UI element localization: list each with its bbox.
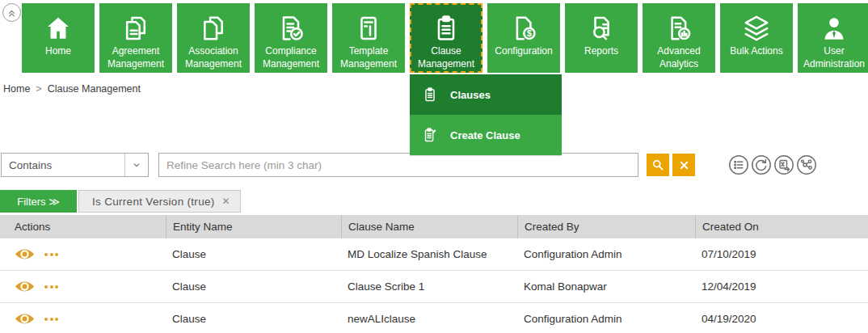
nav-tile-compliance-management[interactable]: Compliance Management <box>255 3 327 73</box>
nav-tile-label: Association Management <box>179 44 248 70</box>
nav-tile-agreement-management[interactable]: Agreement Management <box>99 3 172 73</box>
nav-tile-label: Clause Management <box>411 44 481 70</box>
share-network-icon[interactable] <box>796 154 817 175</box>
nav-tile-label: Configuration <box>493 44 554 57</box>
nav-tile-label: Bulk Actions <box>728 44 784 57</box>
dropdown-item-label: Create Clause <box>450 129 520 141</box>
agreement-docs-icon <box>121 12 150 44</box>
column-header-entity-name[interactable]: Entity Name <box>166 215 341 238</box>
clipboard-icon <box>432 12 461 44</box>
search-operator-select[interactable]: Contains <box>1 153 149 177</box>
view-clause-eye-icon[interactable] <box>15 247 35 261</box>
clause-management-app: HomeAgreement ManagementAssociation Mana… <box>0 0 868 333</box>
filter-tag-is-current-version[interactable]: Is Current Version (true) ✕ <box>78 190 241 213</box>
nav-tile-label: User Administration <box>799 44 868 70</box>
cross-icon <box>678 159 690 171</box>
home-icon <box>44 12 73 44</box>
column-header-actions[interactable]: Actions <box>0 215 166 238</box>
view-clause-eye-icon[interactable] <box>15 280 35 293</box>
nav-tile-label: Advanced Analytics <box>644 44 714 70</box>
breadcrumb-item-home[interactable]: Home <box>3 83 30 95</box>
nav-tile-advanced-analytics[interactable]: Advanced Analytics <box>643 3 715 73</box>
more-actions-ellipsis-icon[interactable] <box>44 285 58 289</box>
search-row: Contains <box>0 153 868 177</box>
cell-clause-name: newALIclause <box>341 303 517 333</box>
breadcrumb: Home>Clause Management <box>3 83 141 95</box>
search-input[interactable] <box>158 153 638 177</box>
row-actions-cell <box>0 238 166 270</box>
clause-management-dropdown: ClausesCreate Clause <box>410 74 562 156</box>
row-actions-cell <box>0 271 166 302</box>
breadcrumb-item-clause-management[interactable]: Clause Management <box>48 83 141 95</box>
table-row[interactable]: ClauseMD Localize Spanish ClauseConfigur… <box>0 238 868 271</box>
dropdown-item-clauses[interactable]: Clauses <box>410 74 562 115</box>
search-operator-value: Contains <box>2 159 124 171</box>
doc-chart-icon <box>664 12 693 44</box>
cell-entity-name: Clause <box>166 303 341 333</box>
cell-created-on: 12/04/2019 <box>695 271 868 302</box>
cell-created-by: Configuration Admin <box>517 238 695 270</box>
svg-text:$: $ <box>527 28 532 38</box>
list-view-icon[interactable] <box>728 154 749 175</box>
cell-entity-name: Clause <box>166 271 341 302</box>
cell-created-by: Configuration Admin <box>517 303 695 333</box>
nav-tile-label: Agreement Management <box>101 44 171 70</box>
dropdown-item-label: Clauses <box>450 89 491 101</box>
cell-created-by: Komal Bonapwar <box>517 271 695 302</box>
user-icon <box>820 12 849 44</box>
column-header-clause-name[interactable]: Clause Name <box>341 215 517 238</box>
table-header: ActionsEntity NameClause NameCreated ByC… <box>0 215 868 238</box>
nav-tile-label: Home <box>44 44 73 57</box>
chevron-double-up-icon <box>5 6 19 19</box>
breadcrumb-separator: > <box>36 83 41 95</box>
row-actions-cell <box>0 303 166 333</box>
cell-entity-name: Clause <box>166 238 341 270</box>
filters-row: Filters ≫ Is Current Version (true) ✕ <box>0 190 241 213</box>
filter-tag-label: Is Current Version (true) <box>92 196 215 208</box>
nav-tile-label: Compliance Management <box>256 44 326 70</box>
doc-search-icon <box>587 12 616 44</box>
collapse-nav-button[interactable] <box>2 3 21 22</box>
magnifier-icon <box>651 158 665 172</box>
nav-tile-clause-management[interactable]: Clause Management <box>410 3 482 73</box>
dropdown-item-create-clause[interactable]: Create Clause <box>410 115 562 155</box>
cell-created-on: 07/10/2019 <box>695 238 868 270</box>
clipboard-icon <box>422 86 438 103</box>
search-button[interactable] <box>647 154 669 176</box>
cell-clause-name: MD Localize Spanish Clause <box>341 238 517 270</box>
nav-tile-template-management[interactable]: Template Management <box>332 3 405 73</box>
table-body: ClauseMD Localize Spanish ClauseConfigur… <box>0 238 868 333</box>
filters-button[interactable]: Filters ≫ <box>0 190 77 213</box>
nav-tile-bulk-actions[interactable]: Bulk Actions <box>720 3 793 73</box>
layers-icon <box>742 12 771 44</box>
more-actions-ellipsis-icon[interactable] <box>44 253 58 256</box>
column-header-created-by[interactable]: Created By <box>517 215 695 238</box>
nav-tiles: HomeAgreement ManagementAssociation Mana… <box>22 3 868 73</box>
cell-clause-name: Clause Scribe 1 <box>341 271 517 302</box>
nav-tile-association-management[interactable]: Association Management <box>177 3 250 73</box>
nav-tile-label: Reports <box>583 44 620 57</box>
view-clause-eye-icon[interactable] <box>15 312 35 326</box>
clauses-table: ActionsEntity NameClause NameCreated ByC… <box>0 215 868 333</box>
nav-tile-home[interactable]: Home <box>22 3 95 73</box>
cell-created-on: 04/19/2020 <box>695 303 868 333</box>
table-row[interactable]: ClausenewALIclauseConfiguration Admin04/… <box>0 303 868 333</box>
association-pages-icon <box>199 12 228 44</box>
nav-tile-configuration[interactable]: $Configuration <box>487 3 560 73</box>
doc-check-icon <box>276 12 305 44</box>
column-header-created-on[interactable]: Created On <box>695 215 868 238</box>
doc-dollar-icon: $ <box>509 12 538 44</box>
export-excel-icon[interactable] <box>773 154 794 175</box>
remove-filter-icon[interactable]: ✕ <box>222 196 230 206</box>
more-actions-ellipsis-icon[interactable] <box>44 318 58 321</box>
nav-tile-label: Template Management <box>334 44 403 70</box>
table-row[interactable]: ClauseClause Scribe 1Komal Bonapwar12/04… <box>0 271 868 303</box>
template-icon <box>354 12 383 44</box>
chevron-down-icon <box>124 154 148 176</box>
clipboard-edit-icon <box>422 127 438 143</box>
refresh-icon[interactable] <box>751 154 772 175</box>
toolbar-icons <box>728 154 817 175</box>
nav-tile-user-administration[interactable]: User Administration <box>798 3 868 73</box>
nav-tile-reports[interactable]: Reports <box>565 3 638 73</box>
clear-search-button[interactable] <box>672 154 695 176</box>
